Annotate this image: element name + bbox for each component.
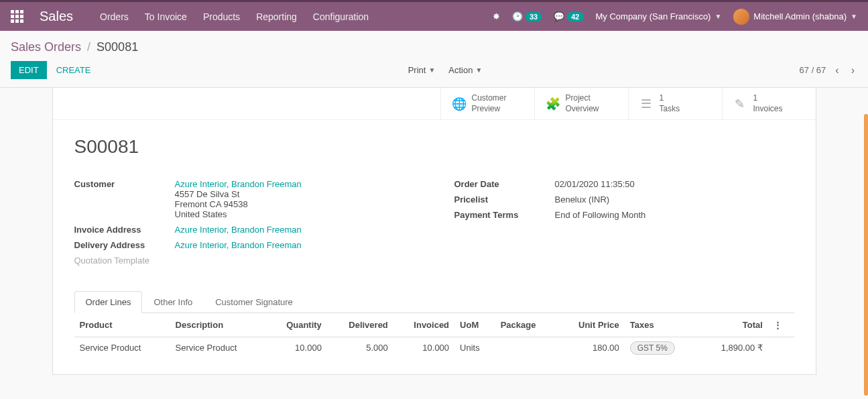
delivery-address-label: Delivery Address [74,240,175,250]
order-date-label: Order Date [454,179,555,189]
tasks-icon: ☰ [639,97,653,111]
pager-prev[interactable]: ‹ [832,64,841,76]
cell-unit-price: 180.00 [556,337,625,359]
breadcrumb-row: Sales Orders / S00081 [0,31,868,57]
nav-to-invoice[interactable]: To Invoice [145,11,187,22]
avatar [733,9,749,25]
stat-customer-preview[interactable]: 🌐 CustomerPreview [440,88,534,119]
pager: 67 / 67 ‹ › [800,64,857,76]
cell-quantity: 10.000 [266,337,327,359]
cell-product: Service Product [74,337,170,359]
cell-uom: Units [454,337,495,359]
app-brand[interactable]: Sales [40,9,73,24]
scrollbar[interactable] [864,114,868,396]
customer-label: Customer [74,179,175,219]
top-navbar: Sales Orders To Invoice Products Reporti… [0,0,868,31]
nav-products[interactable]: Products [203,11,240,22]
systray: ✸ 🕑33 💬42 My Company (San Francisco)▼ Mi… [493,9,857,25]
activities-icon[interactable]: 🕑33 [512,11,542,21]
th-uom: UoM [454,313,495,337]
order-name: S00081 [74,136,794,158]
th-package: Package [495,313,556,337]
breadcrumb: Sales Orders / S00081 [11,40,857,54]
activities-count: 33 [525,12,542,21]
th-total: Total [698,313,768,337]
th-product: Product [74,313,170,337]
edit-button[interactable]: EDIT [11,61,47,79]
cell-taxes: GST 5% [625,337,698,359]
cell-delivered: 5.000 [327,337,393,359]
pencil-square-icon: ✎ [733,97,747,111]
apps-icon[interactable] [11,10,23,23]
pricelist-value: Benelux (INR) [555,194,610,205]
th-options[interactable]: ⋮ [768,313,794,337]
th-delivered: Delivered [327,313,393,337]
address-line: United States [175,209,302,219]
th-unit-price: Unit Price [556,313,625,337]
th-taxes: Taxes [625,313,698,337]
form-sheet: 🌐 CustomerPreview 🧩 ProjectOverview ☰ 1T… [52,88,816,375]
invoice-address-link[interactable]: Azure Interior, Brandon Freeman [175,225,302,235]
nav-menu: Orders To Invoice Products Reporting Con… [100,11,369,22]
payment-terms-label: Payment Terms [454,210,555,220]
address-line: Fremont CA 94538 [175,199,302,209]
chevron-down-icon: ▼ [715,13,721,20]
delivery-address-link[interactable]: Azure Interior, Brandon Freeman [175,240,302,250]
order-date-value: 02/01/2020 11:35:50 [555,179,635,189]
order-lines-table: Product Description Quantity Delivered I… [74,313,794,358]
create-button[interactable]: CREATE [56,65,91,75]
bug-icon[interactable]: ✸ [493,11,500,21]
table-row[interactable]: Service Product Service Product 10.000 5… [74,337,794,359]
nav-orders[interactable]: Orders [100,11,129,22]
tabs: Order Lines Other Info Customer Signatur… [74,291,794,313]
nav-configuration[interactable]: Configuration [313,11,369,22]
tab-order-lines[interactable]: Order Lines [74,291,143,313]
breadcrumb-root[interactable]: Sales Orders [11,40,81,54]
stat-buttons: 🌐 CustomerPreview 🧩 ProjectOverview ☰ 1T… [53,88,816,120]
th-invoiced: Invoiced [393,313,454,337]
chevron-down-icon: ▼ [851,13,857,20]
address-line: 4557 De Silva St [175,189,302,199]
tax-pill: GST 5% [630,341,675,355]
stat-invoices[interactable]: ✎ 1Invoices [722,88,816,119]
nav-reporting[interactable]: Reporting [256,11,297,22]
action-dropdown[interactable]: Action ▼ [448,65,482,75]
invoice-address-label: Invoice Address [74,225,175,235]
puzzle-icon: 🧩 [546,97,559,111]
controls-row: EDIT CREATE Print ▼ Action ▼ 67 / 67 ‹ › [0,57,868,88]
th-quantity: Quantity [266,313,327,337]
pager-next[interactable]: › [849,64,857,76]
breadcrumb-current: S00081 [97,40,138,54]
company-selector[interactable]: My Company (San Francisco)▼ [596,11,722,21]
messages-count: 42 [567,12,583,21]
payment-terms-value: End of Following Month [555,210,646,220]
tab-other-info[interactable]: Other Info [142,291,204,312]
cell-invoiced: 10.000 [393,337,454,359]
globe-icon: 🌐 [452,97,465,111]
stat-tasks[interactable]: ☰ 1Tasks [628,88,722,119]
pager-count: 67 / 67 [800,65,826,75]
stat-project-overview[interactable]: 🧩 ProjectOverview [534,88,628,119]
cell-total: 1,890.00 ₹ [698,337,768,359]
cell-description: Service Product [170,337,266,359]
cell-package [495,337,556,359]
tab-customer-signature[interactable]: Customer Signature [204,291,304,312]
print-dropdown[interactable]: Print ▼ [408,65,436,75]
th-description: Description [170,313,266,337]
pricelist-label: Pricelist [454,194,555,205]
customer-link[interactable]: Azure Interior, Brandon Freeman [175,179,302,189]
messages-icon[interactable]: 💬42 [554,11,583,21]
user-menu[interactable]: Mitchell Admin (shabna)▼ [733,9,857,25]
quotation-template-label: Quotation Template [74,255,175,266]
